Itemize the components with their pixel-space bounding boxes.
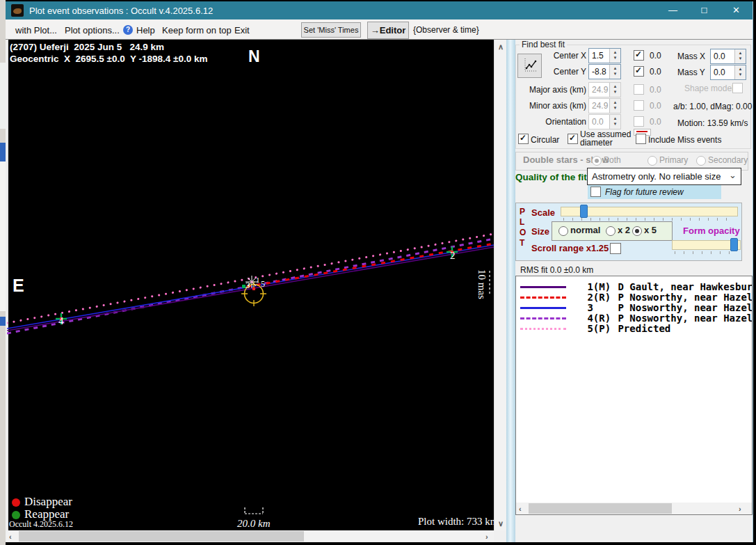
mass-y-value[interactable]: 0.0 <box>714 68 725 77</box>
predicted-chord-line <box>7 234 494 323</box>
menu-keep-form-on-top[interactable]: Keep form on top <box>162 25 232 35</box>
chord-style-swatch <box>520 328 566 330</box>
use-assumed-diameter-label: Use assumed diameter <box>580 130 637 147</box>
scroll-range-checkbox[interactable] <box>610 243 621 254</box>
combo-arrow-icon[interactable]: ⌄ <box>729 170 737 180</box>
double-stars-both-radio <box>592 156 602 166</box>
plot-vertical-scrollbar[interactable]: ∧ ∨ <box>494 40 507 530</box>
plot-header-line1: (2707) Ueferji 2025 Jun 5 24.9 km <box>10 42 164 52</box>
opacity-slider-thumb[interactable] <box>730 238 738 251</box>
use-assumed-diameter-checkbox[interactable] <box>568 134 578 144</box>
mass-x-spinner[interactable]: 0.0 ▲▼ <box>710 49 746 64</box>
chord-style-swatch <box>520 286 566 288</box>
double-stars-both-label: Both <box>604 155 621 165</box>
spinner-arrows-icon: ▲▼ <box>609 99 620 113</box>
mass-y-spinner[interactable]: 0.0 ▲▼ <box>710 65 746 80</box>
scrollbar-thumb[interactable] <box>19 531 304 542</box>
double-stars-secondary-label: Secondary <box>708 155 748 165</box>
editor-button[interactable]: →Editor <box>367 22 409 39</box>
size-x2-radio[interactable] <box>606 226 616 236</box>
asteroid-logo-shape <box>13 8 22 14</box>
scroll-down-icon[interactable]: ∨ <box>497 519 505 528</box>
maximize-button[interactable]: ☐ <box>689 1 720 19</box>
center-x-spinner[interactable]: 1.5 ▲▼ <box>588 48 621 63</box>
marker2-label: 2 <box>450 250 456 262</box>
observer-row[interactable]: 3P Nosworthy, near Hazel <box>520 302 753 313</box>
set-miss-times-button[interactable]: Set 'Miss' Times <box>301 22 361 38</box>
observer-row[interactable]: 5(P)Predicted <box>520 323 753 333</box>
marker4-label: 4 <box>58 315 64 327</box>
background-window-sliver <box>0 0 6 545</box>
orientation-sigma-checkbox <box>634 116 644 127</box>
size-x5-radio[interactable] <box>632 226 642 236</box>
spinner-arrows-icon[interactable]: ▲▼ <box>734 65 746 79</box>
observer-name: P Nosworthy, near Hazel <box>618 292 753 303</box>
center-y-spinner[interactable]: -8.8 ▲▼ <box>588 64 621 79</box>
panel-splitter[interactable] <box>506 40 515 542</box>
spinner-arrows-icon: ▲▼ <box>609 83 620 97</box>
scroll-left-icon[interactable]: ‹ <box>519 504 522 514</box>
quality-of-fit-label: Quality of the fit <box>515 172 587 182</box>
include-miss-events-checkbox[interactable] <box>636 134 646 144</box>
reappear-dot-icon <box>12 511 20 519</box>
major-axis-sigma-checkbox <box>634 84 644 95</box>
spinner-arrows-icon: ▲▼ <box>609 115 620 129</box>
background-window-fragment <box>0 63 6 129</box>
shape-model-label: Shape model <box>684 84 734 93</box>
listbox-horizontal-scrollbar[interactable]: ‹ › <box>516 503 752 514</box>
spinner-arrows-icon[interactable]: ▲▼ <box>609 65 620 79</box>
close-icon: ✕ <box>732 5 740 15</box>
scroll-right-icon[interactable]: › <box>739 504 741 514</box>
disappear-dot-icon <box>12 498 20 507</box>
titlebar[interactable]: Plot event observations : Occult v.4.202… <box>6 1 753 19</box>
menubar: with Plot... Plot options... ? Help Keep… <box>6 19 753 40</box>
chord-style-swatch <box>520 297 566 299</box>
orientation-sigma: 0.0 <box>650 117 661 127</box>
size-x5-label: x 5 <box>644 225 657 235</box>
orientation-value: 0.0 <box>592 117 604 127</box>
orientation-spinner: 0.0 ▲▼ <box>588 114 621 129</box>
motion-label: Motion: 13.59 km/s <box>677 118 748 128</box>
scrollbar-thumb[interactable] <box>529 503 672 514</box>
plot-horizontal-scrollbar[interactable]: ‹ › <box>7 530 494 542</box>
observer-row[interactable]: 2(R)P Nosworthy, near Hazel <box>520 292 753 302</box>
center-x-value[interactable]: 1.5 <box>592 51 604 61</box>
observer-row[interactable]: 1(M)D Gault, near Hawkesbur <box>520 281 753 292</box>
center-y-sigma-checkbox[interactable] <box>634 66 644 77</box>
mass-x-value[interactable]: 0.0 <box>714 52 725 61</box>
quality-of-fit-value: Astrometry only. No reliable size <box>592 171 721 182</box>
menu-exit[interactable]: Exit <box>234 25 250 35</box>
size-label: Size <box>531 226 549 237</box>
center-y-label: Center Y <box>536 67 586 77</box>
size-normal-radio[interactable] <box>558 226 568 236</box>
flag-review-checkbox[interactable] <box>590 187 601 197</box>
scale-slider-thumb[interactable] <box>580 205 588 218</box>
minor-axis-label: Minor axis (km) <box>516 101 586 111</box>
spinner-arrows-icon[interactable]: ▲▼ <box>734 49 746 63</box>
double-stars-primary-label: Primary <box>659 155 688 165</box>
scroll-up-icon[interactable]: ∧ <box>497 42 505 52</box>
circular-checkbox[interactable] <box>518 134 529 144</box>
help-icon: ? <box>123 25 133 35</box>
double-stars-primary-radio <box>648 156 657 166</box>
center-x-sigma-checkbox[interactable] <box>634 50 644 61</box>
menu-help[interactable]: Help <box>136 25 155 35</box>
menu-with-plot[interactable]: with Plot... <box>15 25 57 35</box>
menu-plot-options[interactable]: Plot options... <box>65 25 120 35</box>
center-y-value[interactable]: -8.8 <box>592 67 606 77</box>
observer-listbox[interactable]: 1(M)D Gault, near Hawkesbur 2(R)P Noswor… <box>515 276 753 515</box>
quality-of-fit-combobox[interactable]: Astrometry only. No reliable size ⌄ <box>587 168 741 185</box>
plot-letter-t: T <box>520 238 524 248</box>
spinner-arrows-icon[interactable]: ▲▼ <box>609 49 620 63</box>
observer-name: P Nosworthy, near Hazel <box>618 302 753 313</box>
disappear-event-mark <box>252 287 255 290</box>
background-selection-fragment <box>0 317 6 326</box>
close-button[interactable]: ✕ <box>720 1 753 19</box>
minimize-button[interactable]: — <box>657 1 689 19</box>
form-opacity-label: Form opacity <box>683 226 740 236</box>
scroll-left-icon[interactable]: ‹ <box>9 532 12 542</box>
major-axis-spinner: 24.9 ▲▼ <box>588 82 621 97</box>
scroll-right-icon[interactable]: › <box>485 532 488 542</box>
observer-row[interactable]: 4(R)P Nosworthy, near Hazel <box>520 313 753 323</box>
observer-number: 1(M) <box>587 281 618 292</box>
